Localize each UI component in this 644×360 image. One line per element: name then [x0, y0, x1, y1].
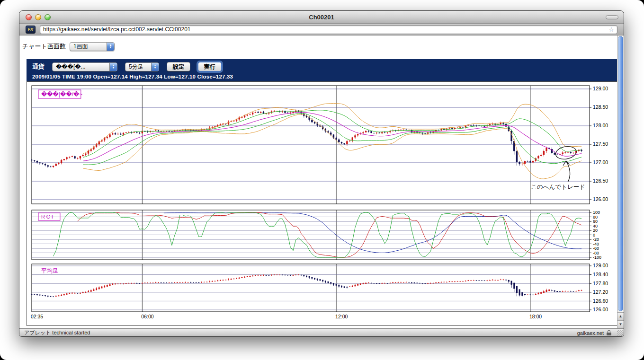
status-text: アプレット technical started	[24, 329, 90, 336]
arrow-down-icon: ▼	[112, 67, 115, 69]
url-text: https://gaikaex.net/servlet/lzca.pc.cct0…	[43, 26, 608, 33]
scroll-up-button[interactable]: ▲	[617, 312, 624, 320]
svg-text:126.60: 126.60	[593, 299, 608, 304]
svg-text:12:00: 12:00	[335, 314, 348, 319]
svg-text:129.00: 129.00	[593, 86, 608, 91]
url-field[interactable]: https://gaikaex.net/servlet/lzca.pc.cct0…	[40, 25, 617, 34]
zoom-button[interactable]	[45, 14, 51, 20]
svg-text:127.50: 127.50	[593, 141, 608, 147]
lock-icon	[607, 330, 611, 335]
chart-count-select[interactable]: 1画面 ▲▼	[70, 42, 115, 51]
site-domain: gaikaex.net	[577, 330, 604, 336]
settings-button[interactable]: 設定	[167, 62, 190, 71]
toolbar-toggle-button[interactable]	[606, 15, 618, 19]
svg-text:127.80: 127.80	[593, 281, 608, 286]
desktop: Ch00201 FX https://gaikaex.net/servlet/l…	[0, 0, 644, 360]
window-controls	[26, 14, 51, 20]
browser-window: Ch00201 FX https://gaikaex.net/servlet/l…	[19, 10, 624, 337]
interval-value: 5分足	[125, 63, 147, 71]
arrow-down-icon: ▼	[154, 67, 157, 69]
resize-grip[interactable]	[617, 330, 623, 336]
currency-select[interactable]: ���[�... ▲▼	[52, 62, 117, 71]
applet-controls: 通貨 ���[�... ▲▼ 5分足 ▲▼ 設定 実行	[32, 61, 618, 72]
svg-text:���[��/�~: ���[��/�~	[41, 91, 82, 97]
svg-text:127.00: 127.00	[593, 160, 608, 165]
select-stepper-icon: ▲▼	[107, 43, 114, 51]
svg-text:126.00: 126.00	[593, 307, 608, 312]
site-favicon-icon[interactable]: FX	[26, 26, 36, 34]
navigation-bar: FX https://gaikaex.net/servlet/lzca.pc.c…	[19, 24, 624, 35]
currency-value: ���[�...	[53, 63, 89, 70]
page-content: チャート画面数 1画面 ▲▼ 通貨 ���[�... ▲▼ 5分足	[19, 35, 624, 328]
svg-text:127.20: 127.20	[593, 290, 608, 295]
svg-text:128.50: 128.50	[593, 105, 608, 110]
chart-applet: 通貨 ���[�... ▲▼ 5分足 ▲▼ 設定 実行 2009/01/05 T…	[27, 59, 618, 326]
scroll-down-button[interactable]: ▼	[617, 320, 624, 328]
svg-text:18:00: 18:00	[529, 314, 542, 319]
chart-count-label: チャート画面数	[22, 42, 66, 51]
svg-text:128.40: 128.40	[593, 272, 608, 277]
status-bar: アプレット technical started gaikaex.net	[19, 328, 624, 337]
run-button[interactable]: 実行	[198, 62, 222, 71]
svg-text:128.00: 128.00	[593, 123, 608, 128]
chart-canvas[interactable]: 129.00128.50128.00127.50127.00126.50126.…	[27, 82, 618, 325]
scrollbar-buttons: ▲ ▼	[617, 312, 624, 328]
ohlc-info: 2009/01/05 TIME 19:00 Open=127.14 High=1…	[32, 74, 618, 79]
currency-label: 通貨	[32, 62, 45, 71]
svg-text:平均足: 平均足	[41, 267, 58, 274]
select-stepper-icon: ▲▼	[109, 63, 117, 71]
minimize-button[interactable]	[35, 14, 41, 20]
svg-text:126.50: 126.50	[593, 178, 608, 184]
bookmark-star-icon[interactable]: ☆	[608, 26, 614, 33]
svg-text:-100: -100	[593, 255, 601, 260]
chart-count-value: 1画面	[70, 43, 91, 51]
arrow-down-icon: ▼	[109, 46, 112, 49]
select-stepper-icon: ▲▼	[151, 63, 159, 71]
svg-text:このへんでトレード: このへんでトレード	[531, 184, 585, 190]
applet-header: 通貨 ���[�... ▲▼ 5分足 ▲▼ 設定 実行 2009/01/05 T…	[27, 59, 618, 81]
window-title: Ch00201	[309, 14, 334, 21]
svg-text:129.00: 129.00	[593, 263, 608, 268]
scrollbar-thumb[interactable]	[618, 36, 623, 311]
arrow-down-icon: ▼	[619, 323, 623, 326]
chart-count-row: チャート画面数 1画面 ▲▼	[22, 41, 624, 52]
chart-area[interactable]: 129.00128.50128.00127.50127.00126.50126.…	[27, 81, 618, 326]
titlebar[interactable]: Ch00201	[19, 11, 624, 24]
svg-text:02:35: 02:35	[31, 314, 43, 319]
vertical-scrollbar[interactable]: ▲ ▼	[617, 35, 624, 328]
close-button[interactable]	[26, 14, 32, 20]
svg-text:126.00: 126.00	[593, 197, 608, 202]
status-right: gaikaex.net	[577, 330, 611, 336]
svg-text:06:00: 06:00	[141, 314, 153, 319]
arrow-up-icon: ▲	[619, 315, 623, 318]
svg-text:RCI: RCI	[41, 214, 54, 220]
interval-select[interactable]: 5分足 ▲▼	[125, 62, 159, 71]
